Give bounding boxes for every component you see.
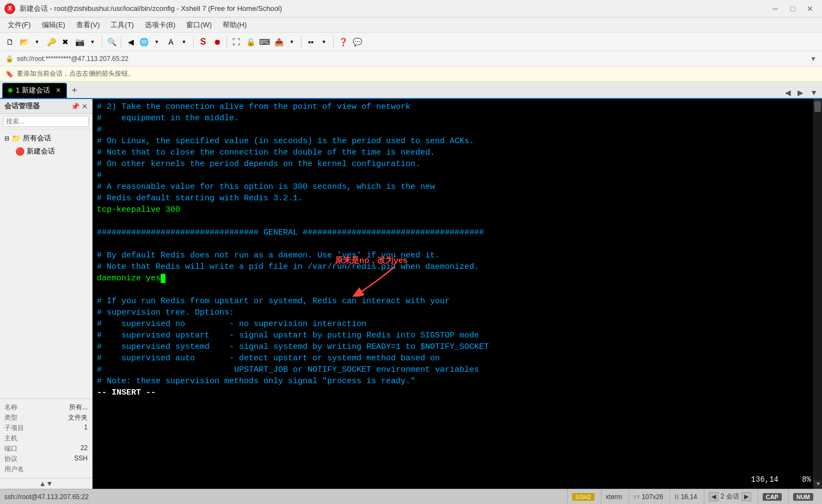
sidebar-scroll-down-button[interactable]: ▼ bbox=[46, 480, 53, 488]
toolbar-search-btn[interactable]: 🔍 bbox=[105, 35, 118, 48]
terminal-position-info: 136,14 bbox=[751, 475, 778, 485]
terminal-scrollbar[interactable]: ▲ ▼ bbox=[813, 99, 822, 489]
toolbar-font-arrow[interactable]: ▼ bbox=[177, 35, 191, 48]
toolbar-open-btn[interactable]: 📂 bbox=[17, 35, 30, 48]
info-value-type: 文件夹 bbox=[68, 413, 88, 422]
terminal-line-5: # Note that to close the connection the … bbox=[97, 147, 818, 158]
sidebar-search-input[interactable] bbox=[3, 116, 89, 127]
toolbar-sep-3 bbox=[193, 36, 194, 47]
status-terminal-size: ↑↑ 107x26 bbox=[629, 489, 668, 504]
status-protocol-badge: SSH2 bbox=[572, 493, 594, 501]
tab-bar: 1 新建会话 ✕ + ◀ ▶ ▼ bbox=[0, 82, 822, 99]
toolbar-panel-arrow[interactable]: ▼ bbox=[317, 35, 330, 48]
status-ssh-text: ssh://root@47.113.207.65:22 bbox=[4, 493, 89, 501]
toolbar-sep-1 bbox=[102, 36, 102, 47]
menu-edit[interactable]: 编辑(E) bbox=[36, 19, 71, 31]
toolbar-transfer-arrow[interactable]: ▼ bbox=[285, 35, 298, 48]
toolbar-forward-arrow[interactable]: ▼ bbox=[150, 35, 163, 48]
menu-window[interactable]: 窗口(W) bbox=[181, 19, 217, 31]
toolbar-back-btn[interactable]: ◀ bbox=[124, 35, 137, 48]
tab-close-icon[interactable]: ✕ bbox=[56, 87, 61, 94]
menu-tools[interactable]: 工具(T) bbox=[105, 19, 139, 31]
status-cursor-pos: ⁞⁞ 16,14 bbox=[670, 489, 701, 504]
tab-session-1[interactable]: 1 新建会话 ✕ bbox=[2, 83, 67, 98]
info-value-protocol: SSH bbox=[74, 454, 88, 464]
close-button[interactable]: ✕ bbox=[802, 3, 818, 14]
session-icon: 🔴 bbox=[15, 147, 24, 156]
sidebar-title: 会话管理器 bbox=[4, 101, 71, 111]
toolbar-panel-btn[interactable]: ▪▪ bbox=[304, 35, 317, 48]
address-lock-icon: 🔒 bbox=[5, 55, 14, 63]
address-text: ssh://root:**********@47.113.207.65:22 bbox=[17, 55, 128, 63]
terminal-line-blank-2 bbox=[97, 238, 818, 250]
status-protocol: SSH2 bbox=[567, 489, 599, 504]
sidebar-pin-button[interactable]: 📌 bbox=[71, 102, 79, 110]
toolbar-transfer-btn[interactable]: 📤 bbox=[272, 35, 285, 48]
toolbar-chat-btn[interactable]: 💬 bbox=[351, 35, 364, 48]
tab-prev-button[interactable]: ◀ bbox=[783, 87, 793, 98]
toolbar-disconnect-btn[interactable]: ✖ bbox=[59, 35, 72, 48]
tab-next-button[interactable]: ▶ bbox=[795, 87, 806, 98]
sidebar-close-button[interactable]: ✕ bbox=[82, 102, 88, 110]
status-terminal-type: xterm bbox=[601, 489, 627, 504]
menu-tabs[interactable]: 选项卡(B) bbox=[139, 19, 181, 31]
info-row-port: 端口 22 bbox=[4, 444, 88, 454]
tab-add-button[interactable]: + bbox=[67, 83, 82, 98]
status-bar: ssh://root@47.113.207.65:22 SSH2 xterm ↑… bbox=[0, 489, 822, 504]
toolbar-open-arrow[interactable]: ▼ bbox=[30, 35, 44, 48]
toolbar-sep-5 bbox=[301, 36, 302, 47]
sidebar-scroll-up-button[interactable]: ▲ bbox=[39, 480, 46, 488]
info-label-protocol: 协议 bbox=[4, 454, 17, 464]
info-row-username: 用户名 bbox=[4, 464, 88, 475]
info-row-type: 类型 文件夹 bbox=[4, 413, 88, 423]
terminal-line-6: # On other kernels the period depends on… bbox=[97, 158, 818, 170]
info-label-username: 用户名 bbox=[4, 465, 24, 474]
maximize-button[interactable]: □ bbox=[785, 3, 800, 14]
sidebar-item-all-sessions[interactable]: ⊟ 📁 所有会话 bbox=[0, 132, 92, 145]
status-nav-right-button[interactable]: ▶ bbox=[741, 492, 751, 501]
menu-view[interactable]: 查看(V) bbox=[71, 19, 105, 31]
session-notification-bar: 🔖 要添加当前会话，点击左侧的箭头按钮。 bbox=[0, 66, 822, 82]
info-value-name: 所有... bbox=[69, 403, 88, 412]
terminal-line-15: # supervision tree. Options: bbox=[97, 307, 818, 318]
terminal-line-19: # supervised auto - detect upstart or sy… bbox=[97, 353, 818, 364]
toolbar-key-btn[interactable]: 🔑 bbox=[45, 35, 58, 48]
toolbar-screenshot-arrow[interactable]: ▼ bbox=[86, 35, 99, 48]
terminal-scroll-down[interactable]: ▼ bbox=[814, 480, 822, 489]
info-value-children: 1 bbox=[84, 423, 88, 433]
sidebar-icons: 📌 ✕ bbox=[71, 102, 88, 110]
terminal-line-17: # supervised upstart - signal upstart by… bbox=[97, 330, 818, 341]
sidebar-session-label: 新建会话 bbox=[27, 146, 55, 156]
tree-expand-icon: ⊟ bbox=[4, 135, 9, 142]
menu-file[interactable]: 文件(F) bbox=[2, 19, 36, 31]
address-dropdown-icon[interactable]: ▼ bbox=[810, 55, 817, 63]
info-row-children: 子项目 1 bbox=[4, 423, 88, 433]
terminal[interactable]: # 2) Take the connection alive from the … bbox=[93, 99, 822, 489]
toolbar: 🗋 📂 ▼ 🔑 ✖ 📷 ▼ 🔍 ◀ 🌐 ▼ A ▼ S ⏺ ⛶ 🔒 ⌨ 📤 ▼ … bbox=[0, 33, 822, 51]
toolbar-new-btn[interactable]: 🗋 bbox=[3, 35, 16, 48]
status-sessions-text: 2 会话 bbox=[721, 492, 739, 501]
address-bar: 🔒 ssh://root:**********@47.113.207.65:22… bbox=[0, 51, 822, 66]
toolbar-font-btn[interactable]: A bbox=[164, 35, 177, 48]
toolbar-help-btn[interactable]: ❓ bbox=[336, 35, 349, 48]
status-nav-left-button[interactable]: ◀ bbox=[709, 492, 719, 501]
app-logo: X bbox=[4, 3, 15, 14]
toolbar-globe-btn[interactable]: 🌐 bbox=[137, 35, 150, 48]
terminal-line-blank-1 bbox=[97, 216, 818, 227]
tab-menu-button[interactable]: ▼ bbox=[808, 87, 820, 98]
toolbar-record-btn[interactable]: ⏺ bbox=[211, 35, 224, 48]
sidebar-info: 名称 所有... 类型 文件夹 子项目 1 主机 端口 22 协议 SSH bbox=[0, 398, 92, 478]
status-sessions: ◀ 2 会话 ▶ bbox=[704, 489, 756, 504]
toolbar-lock-btn[interactable]: 🔒 bbox=[244, 35, 257, 48]
status-num-badge: NUM bbox=[788, 489, 818, 504]
toolbar-keyboard-btn[interactable]: ⌨ bbox=[258, 35, 271, 48]
menu-help[interactable]: 帮助(H) bbox=[217, 19, 252, 31]
toolbar-fullscreen-btn[interactable]: ⛶ bbox=[230, 35, 243, 48]
sidebar-header: 会话管理器 📌 ✕ bbox=[0, 99, 92, 114]
minimize-button[interactable]: ─ bbox=[768, 3, 783, 14]
toolbar-sep-6 bbox=[333, 36, 334, 47]
toolbar-logo-btn[interactable]: S bbox=[197, 35, 210, 48]
sidebar-item-new-session[interactable]: 🔴 新建会话 bbox=[0, 145, 92, 158]
terminal-scroll-thumb[interactable] bbox=[814, 101, 821, 112]
toolbar-screenshot-btn[interactable]: 📷 bbox=[73, 35, 86, 48]
